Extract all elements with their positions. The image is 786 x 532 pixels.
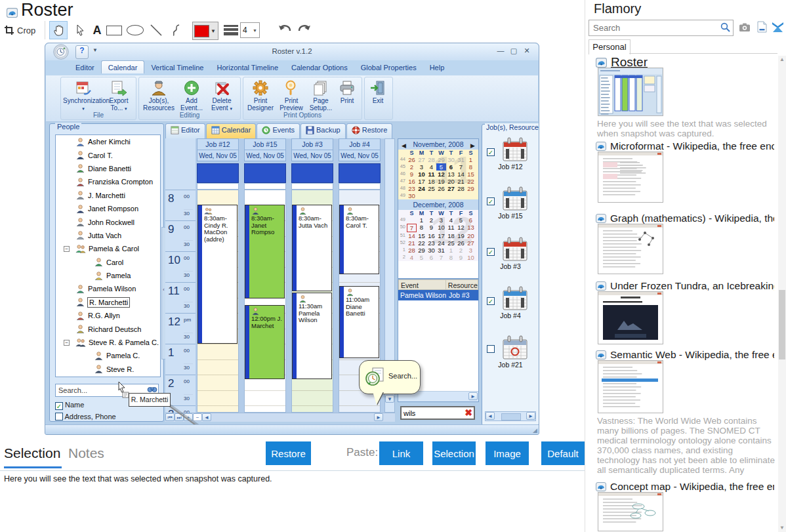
- paste-default-button[interactable]: Default: [541, 441, 585, 465]
- event-table-row[interactable]: Pamela WilsonJob #3: [398, 290, 478, 300]
- calendar-event[interactable]: 8:30am- Cindy R. MacDon (addre): [197, 205, 238, 344]
- ribbon-button-print[interactable]: Print: [336, 79, 358, 113]
- job-item-job-12[interactable]: ✓Job #12: [482, 136, 539, 178]
- pointer-tool-button[interactable]: [71, 21, 89, 39]
- mini-calendar-day[interactable]: 2: [407, 163, 417, 171]
- mini-calendar-day[interactable]: 7: [436, 254, 446, 261]
- resource-column-header[interactable]: Resource: [446, 279, 478, 290]
- resize-grip[interactable]: ◢: [533, 427, 537, 434]
- calendar-event[interactable]: 12:00pm J. Marchet: [245, 305, 285, 379]
- people-tree-item[interactable]: R.G. Allyn: [56, 309, 160, 322]
- filter-address-phone[interactable]: Address, Phone: [55, 413, 116, 420]
- mini-calendar-day[interactable]: 29: [417, 247, 426, 254]
- undo-button[interactable]: [276, 21, 294, 39]
- menu-tab-horizontal-timeline[interactable]: Horizontal Timeline: [210, 61, 285, 73]
- scroll-up-icon[interactable]: ▲: [779, 56, 785, 62]
- expander-icon[interactable]: −: [64, 246, 70, 252]
- mini-calendar-day[interactable]: 21: [407, 239, 417, 247]
- ribbon-button-synchronization[interactable]: Synchronization ▾: [63, 79, 104, 113]
- ribbon-button-job-s-resources[interactable]: Job(s), Resources: [141, 79, 176, 113]
- column-date-header[interactable]: Wed, Nov 05: [339, 150, 381, 161]
- ribbon-button-page-setup-[interactable]: Page Setup...: [307, 79, 335, 113]
- mini-calendar-day[interactable]: 23: [407, 185, 417, 192]
- snapshot-thumbnail[interactable]: [598, 224, 663, 277]
- column-date-header[interactable]: Wed, Nov 05: [291, 150, 333, 161]
- color-picker[interactable]: ▼: [192, 22, 218, 40]
- ellipse-tool-button[interactable]: [126, 21, 144, 39]
- tab-personal[interactable]: Personal: [589, 39, 631, 54]
- column-job-header[interactable]: Job #3: [291, 138, 333, 150]
- menu-tab-help[interactable]: Help: [423, 61, 451, 73]
- people-tree-item[interactable]: Jutta Vach: [56, 229, 160, 242]
- people-tree-item[interactable]: J. Marchetti: [56, 189, 160, 202]
- mini-calendar-day[interactable]: [466, 192, 476, 199]
- job-item-job-4[interactable]: ✓Job #4: [482, 285, 539, 327]
- redo-button[interactable]: [295, 21, 314, 39]
- paste-image-button[interactable]: Image: [486, 441, 529, 465]
- scroll-down-icon[interactable]: ▼: [779, 525, 785, 531]
- people-tree-item[interactable]: −Steve R. & Pamela C.: [56, 336, 160, 349]
- snapshot-thumbnail[interactable]: [598, 492, 663, 532]
- scroll-left-icon[interactable]: ◄: [486, 412, 495, 420]
- people-tree-item[interactable]: Carol T.: [56, 148, 160, 161]
- mini-calendar-day[interactable]: 26: [407, 156, 417, 163]
- size-dropdown[interactable]: 4 ▼: [240, 22, 260, 38]
- checkbox-icon[interactable]: ✓: [55, 402, 63, 410]
- mini-calendar-day[interactable]: [407, 216, 417, 224]
- tab-selection[interactable]: Selection: [4, 445, 60, 461]
- mini-calendar-day[interactable]: 5: [417, 254, 426, 261]
- mini-calendar-day[interactable]: [436, 192, 446, 199]
- sidebar-search-input[interactable]: [589, 20, 734, 36]
- people-tree-item[interactable]: Pamela C.: [56, 349, 160, 362]
- scroll-thumb[interactable]: [779, 290, 785, 359]
- mini-calendar-day[interactable]: 30: [407, 192, 417, 199]
- checkbox-icon[interactable]: ✓: [487, 247, 495, 256]
- ribbon-button-export-to-[interactable]: Export To... ▾: [105, 79, 133, 113]
- rectangle-tool-button[interactable]: [105, 21, 123, 39]
- mini-calendar-day[interactable]: 28: [407, 247, 417, 254]
- mini-calendar-day[interactable]: 4: [407, 254, 417, 261]
- column-job-header[interactable]: Job #12: [197, 138, 239, 150]
- mini-calendar-day[interactable]: 10: [466, 254, 476, 261]
- snapshot-thumbnail[interactable]: [598, 68, 663, 119]
- column-job-header[interactable]: Job #15: [244, 138, 286, 150]
- last-page-button[interactable]: ⏭: [175, 413, 184, 421]
- mini-calendar-day[interactable]: 15: [417, 232, 426, 239]
- tab-notes[interactable]: Notes: [68, 445, 104, 461]
- people-tree-item[interactable]: Pamela Wilson: [56, 282, 160, 295]
- people-tree-item[interactable]: R. Marchetti: [56, 296, 160, 309]
- column-job-header[interactable]: Job #4: [339, 138, 381, 150]
- scroll-thumb[interactable]: [501, 413, 521, 420]
- calendar-event[interactable]: 11:30am Pamela Wilson: [292, 293, 332, 379]
- checkbox-icon[interactable]: [55, 413, 63, 420]
- job-item-job-3[interactable]: ✓Job #3: [482, 236, 539, 278]
- menu-tab-calendar[interactable]: Calendar: [101, 60, 145, 73]
- mini-calendar-day[interactable]: 14: [407, 232, 417, 239]
- menu-tab-vertical-timeline[interactable]: Vertical Timeline: [144, 61, 210, 73]
- new-note-icon[interactable]: [757, 21, 767, 35]
- zoom-out-button[interactable]: −: [193, 413, 202, 421]
- column-date-header[interactable]: Wed, Nov 05: [244, 150, 286, 161]
- checkbox-icon[interactable]: ✓: [487, 296, 495, 305]
- mini-calendar-day[interactable]: 6: [426, 254, 436, 261]
- scroll-right-icon[interactable]: ►: [526, 412, 535, 420]
- menu-tab-editor[interactable]: Editor: [69, 61, 101, 73]
- checkbox-icon[interactable]: ✓: [487, 147, 495, 156]
- people-tree-item[interactable]: Asher Kimchi: [56, 135, 160, 148]
- people-tree-item[interactable]: Pamela: [56, 269, 160, 282]
- mini-calendar-day[interactable]: 9: [407, 171, 417, 178]
- mini-calendar-day[interactable]: 27: [417, 156, 426, 163]
- job-item-job-15[interactable]: ✓Job #15: [482, 186, 539, 228]
- scroll-right-icon[interactable]: ►: [468, 392, 478, 400]
- mini-calendar-day[interactable]: 9: [456, 254, 466, 261]
- calendar-event[interactable]: 11:00am Diane Banetti: [339, 286, 379, 358]
- zoom-in-button[interactable]: +: [184, 413, 193, 421]
- ribbon-button-print-preview[interactable]: Print Preview: [277, 79, 306, 113]
- people-tree-item[interactable]: −Pamela & Carol: [56, 242, 160, 255]
- people-tree-item[interactable]: Franziska Crompton: [56, 175, 160, 188]
- mini-calendar-day[interactable]: 8: [417, 224, 426, 232]
- people-tree-item[interactable]: Steve R.: [56, 363, 160, 376]
- maximize-button[interactable]: ▢: [507, 47, 520, 55]
- mini-calendar-day[interactable]: 3: [417, 163, 426, 171]
- search-icon[interactable]: [720, 22, 730, 35]
